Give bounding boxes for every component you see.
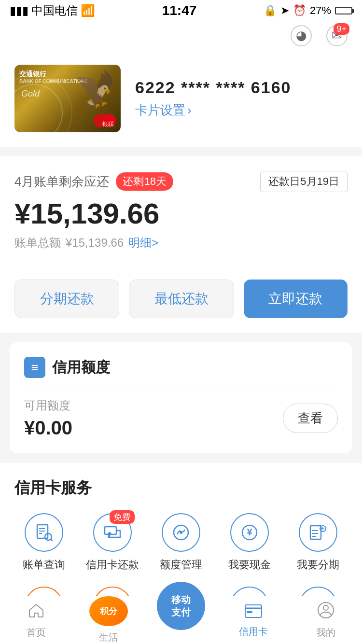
service-label: 我要现金 [228, 558, 271, 572]
immediate-payment-button[interactable]: 立即还款 [244, 280, 348, 318]
living-circle: 积分 [89, 596, 128, 626]
svg-rect-12 [310, 526, 321, 539]
available-credit-amount: ¥0.00 [24, 417, 72, 439]
tab-credit-card-label: 信用卡 [239, 625, 268, 638]
bill-amount: ¥15,139.66 [14, 197, 348, 230]
status-left: ▮▮▮ 中国电信 📶 [10, 3, 95, 18]
action-buttons: 分期还款 最低还款 立即还款 [0, 265, 362, 333]
bird-decoration: 🦅 [74, 70, 116, 109]
home-icon [28, 602, 45, 623]
tab-bar: 首页 积分 生活 移动支付 信用卡 我的 [0, 596, 362, 644]
service-label: 信用卡还款 [86, 558, 139, 572]
unionpay-logo: 银联 [94, 114, 116, 127]
cash-icon: ¥ [230, 513, 269, 552]
tab-credit-card[interactable]: 信用卡 [217, 596, 290, 644]
service-label: 额度管理 [160, 558, 202, 572]
due-date-badge: 还款日5月19日 [260, 171, 348, 192]
svg-point-23 [323, 605, 328, 610]
bill-header: 4月账单剩余应还 还剩18天 还款日5月19日 [14, 171, 348, 192]
service-bill-query[interactable]: 账单查询 [14, 513, 73, 572]
credit-header: ≡ 信用额度 [24, 357, 338, 388]
battery-icon [335, 7, 352, 14]
battery-percent: 27% [310, 4, 331, 17]
service-repayment[interactable]: 免费 信用卡还款 [83, 513, 142, 572]
signal-icon: ▮▮▮ [10, 4, 28, 17]
status-time: 11:47 [162, 3, 197, 18]
services-title: 信用卡服务 [14, 477, 348, 499]
bill-title: 4月账单剩余应还 [14, 173, 109, 190]
service-installment[interactable]: 我要分期 [289, 513, 348, 572]
wifi-icon: 📶 [81, 4, 95, 17]
installment-button[interactable]: 分期还款 [14, 280, 119, 318]
alarm-icon: ⏰ [293, 4, 306, 17]
status-bar: ▮▮▮ 中国电信 📶 11:47 🔒 ➤ ⏰ 27% [0, 0, 362, 21]
available-credit: 可用额度 ¥0.00 [24, 398, 72, 439]
service-button[interactable]: ◕ [291, 25, 312, 46]
tab-living-label: 生活 [99, 631, 118, 644]
location-icon: ➤ [280, 4, 289, 17]
available-credit-label: 可用额度 [24, 398, 72, 413]
service-label: 我要分期 [297, 558, 339, 572]
card-section: 交通银行 BANK OF COMMUNICATIONS Gold 🦅 银联 62… [0, 50, 362, 147]
services-section: 信用卡服务 账单查询 免费 [0, 463, 362, 587]
svg-line-2 [51, 539, 53, 541]
credit-title: 信用额度 [52, 358, 110, 378]
free-badge: 免费 [110, 510, 135, 524]
credit-section: ≡ 信用额度 可用额度 ¥0.00 查看 [10, 342, 352, 453]
card-info: 6222 **** **** 6160 卡片设置 › [135, 78, 348, 119]
status-right: 🔒 ➤ ⏰ 27% [264, 4, 352, 17]
tab-mine[interactable]: 我的 [290, 596, 362, 644]
bill-total: 账单总额 ¥15,139.66 明细> [14, 235, 348, 251]
svg-point-9 [180, 531, 182, 534]
chevron-right-icon: › [187, 103, 192, 118]
credit-card-icon [245, 602, 262, 622]
message-button[interactable]: ✉ 9+ [326, 25, 348, 46]
tab-living[interactable]: 积分 生活 [72, 596, 145, 644]
service-cash[interactable]: ¥ 我要现金 [220, 513, 279, 572]
service-quota[interactable]: 额度管理 [152, 513, 210, 572]
installment-icon [299, 513, 337, 552]
mobile-pay-circle: 移动支付 [157, 582, 205, 630]
card-number: 6222 **** **** 6160 [135, 78, 348, 97]
bill-header-left: 4月账单剩余应还 还剩18天 [14, 172, 173, 191]
view-credit-button[interactable]: 查看 [283, 404, 338, 433]
tab-mobile-pay[interactable]: 移动支付 [145, 596, 217, 644]
minimum-payment-button[interactable]: 最低还款 [129, 280, 234, 318]
card-settings-link[interactable]: 卡片设置 › [135, 102, 348, 119]
mine-icon [317, 602, 334, 623]
repayment-icon: 免费 [93, 513, 132, 552]
tab-home[interactable]: 首页 [0, 596, 72, 644]
days-badge: 还剩18天 [116, 172, 173, 191]
tab-home-label: 首页 [27, 626, 46, 639]
svg-text:¥: ¥ [247, 527, 252, 537]
quota-icon [162, 513, 200, 552]
bill-section: 4月账单剩余应还 还剩18天 还款日5月19日 ¥15,139.66 账单总额 … [0, 156, 362, 265]
credit-body: 可用额度 ¥0.00 查看 [24, 398, 338, 439]
header: ◕ ✉ 9+ [0, 21, 362, 50]
services-grid: 账单查询 免费 信用卡还款 [14, 513, 348, 572]
message-badge: 9+ [334, 23, 349, 35]
carrier-name: 中国电信 [31, 3, 78, 18]
credit-icon: ≡ [24, 357, 45, 378]
bill-query-icon [25, 513, 63, 552]
lock-icon: 🔒 [264, 4, 277, 17]
card-image: 交通银行 BANK OF COMMUNICATIONS Gold 🦅 银联 [14, 65, 121, 132]
detail-link[interactable]: 明细> [128, 235, 158, 251]
svg-rect-21 [247, 611, 252, 613]
service-icon: ◕ [296, 28, 307, 43]
tab-mine-label: 我的 [316, 626, 335, 639]
service-label: 账单查询 [23, 558, 65, 572]
